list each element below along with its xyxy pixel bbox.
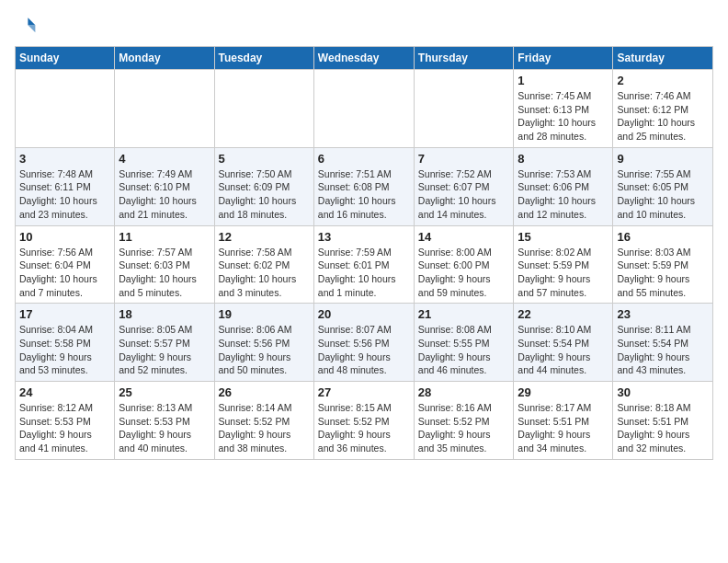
- day-info: Sunrise: 7:53 AM Sunset: 6:06 PM Dayligh…: [518, 167, 609, 222]
- weekday-monday: Monday: [115, 47, 214, 70]
- calendar-cell: 23Sunrise: 8:11 AM Sunset: 5:54 PM Dayli…: [613, 304, 713, 382]
- calendar-cell: 9Sunrise: 7:55 AM Sunset: 6:05 PM Daylig…: [613, 147, 713, 225]
- day-info: Sunrise: 7:48 AM Sunset: 6:11 PM Dayligh…: [19, 167, 110, 222]
- day-info: Sunrise: 8:11 AM Sunset: 5:54 PM Dayligh…: [617, 323, 709, 377]
- day-info: Sunrise: 8:06 AM Sunset: 5:56 PM Dayligh…: [219, 323, 310, 377]
- calendar-cell: 16Sunrise: 8:03 AM Sunset: 5:59 PM Dayli…: [613, 225, 713, 304]
- calendar-cell: 5Sunrise: 7:50 AM Sunset: 6:09 PM Daylig…: [214, 147, 313, 225]
- calendar-cell: 17Sunrise: 8:04 AM Sunset: 5:58 PM Dayli…: [16, 304, 115, 382]
- day-info: Sunrise: 8:07 AM Sunset: 5:56 PM Dayligh…: [318, 323, 410, 377]
- calendar-cell: [16, 70, 115, 148]
- day-info: Sunrise: 7:45 AM Sunset: 6:13 PM Dayligh…: [518, 89, 609, 144]
- day-number: 28: [418, 385, 510, 399]
- day-info: Sunrise: 8:02 AM Sunset: 5:59 PM Dayligh…: [518, 246, 609, 300]
- day-number: 16: [617, 230, 709, 244]
- day-number: 29: [518, 385, 609, 399]
- svg-marker-1: [28, 25, 35, 32]
- day-info: Sunrise: 7:55 AM Sunset: 6:05 PM Dayligh…: [617, 167, 709, 222]
- calendar-cell: 20Sunrise: 8:07 AM Sunset: 5:56 PM Dayli…: [313, 304, 414, 382]
- day-info: Sunrise: 7:51 AM Sunset: 6:08 PM Dayligh…: [318, 167, 410, 222]
- day-number: 30: [617, 385, 709, 399]
- day-number: 9: [617, 152, 709, 166]
- calendar-cell: 3Sunrise: 7:48 AM Sunset: 6:11 PM Daylig…: [16, 147, 115, 225]
- day-number: 8: [518, 152, 609, 166]
- calendar-cell: 2Sunrise: 7:46 AM Sunset: 6:12 PM Daylig…: [613, 70, 713, 148]
- day-info: Sunrise: 7:56 AM Sunset: 6:04 PM Dayligh…: [19, 246, 110, 300]
- day-number: 10: [19, 230, 110, 244]
- day-number: 17: [19, 307, 110, 321]
- day-info: Sunrise: 7:57 AM Sunset: 6:03 PM Dayligh…: [119, 246, 210, 300]
- day-number: 18: [119, 307, 210, 321]
- calendar-body: 1Sunrise: 7:45 AM Sunset: 6:13 PM Daylig…: [16, 70, 713, 460]
- svg-marker-0: [28, 17, 35, 25]
- day-info: Sunrise: 7:59 AM Sunset: 6:01 PM Dayligh…: [318, 246, 410, 300]
- day-number: 3: [19, 152, 110, 166]
- calendar-cell: 7Sunrise: 7:52 AM Sunset: 6:07 PM Daylig…: [414, 147, 514, 225]
- calendar-week-3: 10Sunrise: 7:56 AM Sunset: 6:04 PM Dayli…: [16, 225, 713, 304]
- calendar-cell: [115, 70, 214, 148]
- day-info: Sunrise: 7:58 AM Sunset: 6:02 PM Dayligh…: [219, 246, 310, 300]
- day-info: Sunrise: 8:04 AM Sunset: 5:58 PM Dayligh…: [19, 323, 110, 377]
- calendar-cell: 27Sunrise: 8:15 AM Sunset: 5:52 PM Dayli…: [313, 382, 414, 460]
- calendar-cell: 24Sunrise: 8:12 AM Sunset: 5:53 PM Dayli…: [16, 382, 115, 460]
- day-number: 22: [518, 307, 609, 321]
- weekday-sunday: Sunday: [16, 47, 115, 70]
- calendar-cell: 15Sunrise: 8:02 AM Sunset: 5:59 PM Dayli…: [514, 225, 613, 304]
- calendar-cell: 4Sunrise: 7:49 AM Sunset: 6:10 PM Daylig…: [115, 147, 214, 225]
- day-number: 12: [219, 230, 310, 244]
- calendar-cell: 28Sunrise: 8:16 AM Sunset: 5:52 PM Dayli…: [414, 382, 514, 460]
- calendar-cell: 12Sunrise: 7:58 AM Sunset: 6:02 PM Dayli…: [214, 225, 313, 304]
- day-info: Sunrise: 8:08 AM Sunset: 5:55 PM Dayligh…: [418, 323, 510, 377]
- calendar-cell: 30Sunrise: 8:18 AM Sunset: 5:51 PM Dayli…: [613, 382, 713, 460]
- day-info: Sunrise: 7:49 AM Sunset: 6:10 PM Dayligh…: [119, 167, 210, 222]
- day-info: Sunrise: 8:15 AM Sunset: 5:52 PM Dayligh…: [318, 401, 410, 455]
- calendar-cell: 10Sunrise: 7:56 AM Sunset: 6:04 PM Dayli…: [16, 225, 115, 304]
- day-info: Sunrise: 8:05 AM Sunset: 5:57 PM Dayligh…: [119, 323, 210, 377]
- day-info: Sunrise: 8:18 AM Sunset: 5:51 PM Dayligh…: [617, 401, 709, 455]
- calendar-cell: [414, 70, 514, 148]
- day-number: 13: [318, 230, 410, 244]
- calendar-cell: 26Sunrise: 8:14 AM Sunset: 5:52 PM Dayli…: [214, 382, 313, 460]
- day-number: 15: [518, 230, 609, 244]
- calendar-cell: 29Sunrise: 8:17 AM Sunset: 5:51 PM Dayli…: [514, 382, 613, 460]
- calendar-cell: 8Sunrise: 7:53 AM Sunset: 6:06 PM Daylig…: [514, 147, 613, 225]
- day-info: Sunrise: 8:16 AM Sunset: 5:52 PM Dayligh…: [418, 401, 510, 455]
- calendar-cell: [214, 70, 313, 148]
- calendar-cell: 19Sunrise: 8:06 AM Sunset: 5:56 PM Dayli…: [214, 304, 313, 382]
- calendar-week-2: 3Sunrise: 7:48 AM Sunset: 6:11 PM Daylig…: [16, 147, 713, 225]
- weekday-friday: Friday: [514, 47, 613, 70]
- day-info: Sunrise: 7:50 AM Sunset: 6:09 PM Dayligh…: [219, 167, 310, 222]
- calendar-cell: 25Sunrise: 8:13 AM Sunset: 5:53 PM Dayli…: [115, 382, 214, 460]
- weekday-wednesday: Wednesday: [313, 47, 414, 70]
- calendar-cell: 13Sunrise: 7:59 AM Sunset: 6:01 PM Dayli…: [313, 225, 414, 304]
- calendar-week-1: 1Sunrise: 7:45 AM Sunset: 6:13 PM Daylig…: [16, 70, 713, 148]
- calendar-cell: 22Sunrise: 8:10 AM Sunset: 5:54 PM Dayli…: [514, 304, 613, 382]
- logo-icon: [15, 15, 37, 37]
- day-number: 20: [318, 307, 410, 321]
- weekday-saturday: Saturday: [613, 47, 713, 70]
- weekday-thursday: Thursday: [414, 47, 514, 70]
- day-number: 23: [617, 307, 709, 321]
- day-number: 14: [418, 230, 510, 244]
- calendar-cell: [313, 70, 414, 148]
- day-number: 26: [219, 385, 310, 399]
- day-info: Sunrise: 8:14 AM Sunset: 5:52 PM Dayligh…: [219, 401, 310, 455]
- weekday-header-row: SundayMondayTuesdayWednesdayThursdayFrid…: [16, 47, 713, 70]
- logo: [15, 15, 40, 37]
- calendar-cell: 1Sunrise: 7:45 AM Sunset: 6:13 PM Daylig…: [514, 70, 613, 148]
- weekday-tuesday: Tuesday: [214, 47, 313, 70]
- day-info: Sunrise: 8:03 AM Sunset: 5:59 PM Dayligh…: [617, 246, 709, 300]
- calendar-cell: 21Sunrise: 8:08 AM Sunset: 5:55 PM Dayli…: [414, 304, 514, 382]
- calendar-cell: 18Sunrise: 8:05 AM Sunset: 5:57 PM Dayli…: [115, 304, 214, 382]
- day-number: 25: [119, 385, 210, 399]
- day-number: 27: [318, 385, 410, 399]
- day-info: Sunrise: 8:10 AM Sunset: 5:54 PM Dayligh…: [518, 323, 609, 377]
- day-number: 24: [19, 385, 110, 399]
- day-number: 21: [418, 307, 510, 321]
- day-info: Sunrise: 8:13 AM Sunset: 5:53 PM Dayligh…: [119, 401, 210, 455]
- day-number: 4: [119, 152, 210, 166]
- day-info: Sunrise: 8:17 AM Sunset: 5:51 PM Dayligh…: [518, 401, 609, 455]
- day-info: Sunrise: 7:46 AM Sunset: 6:12 PM Dayligh…: [617, 89, 709, 144]
- calendar-week-4: 17Sunrise: 8:04 AM Sunset: 5:58 PM Dayli…: [16, 304, 713, 382]
- day-info: Sunrise: 8:00 AM Sunset: 6:00 PM Dayligh…: [418, 246, 510, 300]
